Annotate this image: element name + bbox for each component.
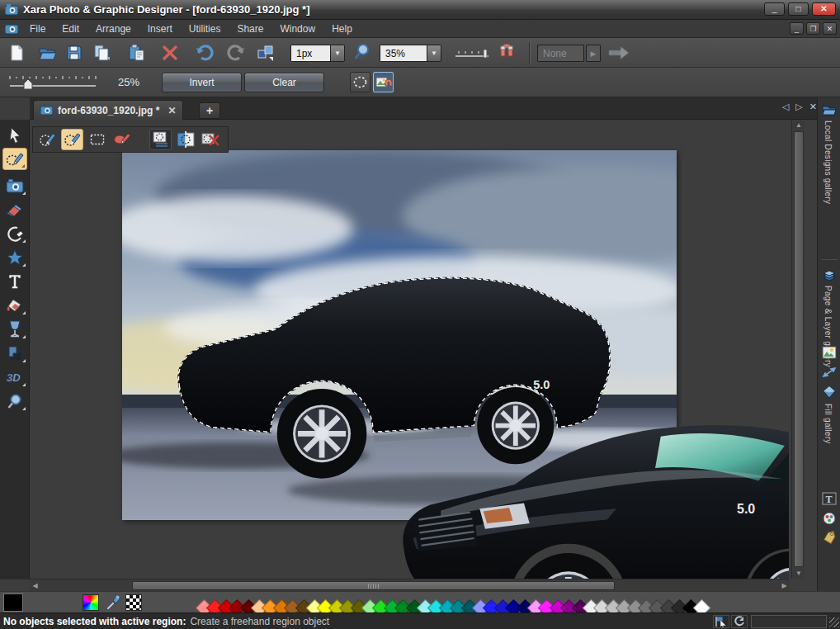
shape-eraser-icon	[6, 225, 24, 242]
svg-text:3D: 3D	[7, 371, 21, 384]
line-gallery-icon[interactable]	[822, 365, 837, 380]
maximize-button[interactable]: □	[788, 2, 809, 16]
name-gallery-icon[interactable]	[822, 530, 837, 545]
menu-edit[interactable]: Edit	[54, 21, 87, 37]
tab-scroll-next-icon[interactable]: ▷	[795, 102, 802, 112]
redo-button[interactable]	[224, 41, 248, 64]
text-tool-button[interactable]	[2, 270, 27, 292]
scroll-left-icon[interactable]: ◀	[30, 580, 40, 591]
page-layer-gallery-icon[interactable]	[822, 267, 837, 282]
freehand-region-button[interactable]	[36, 129, 59, 150]
delete-button[interactable]	[158, 41, 182, 64]
feather-value: None	[538, 48, 583, 59]
extrude-3d-tool-button[interactable]: 3D	[2, 366, 27, 388]
zoom-dropdown-arrow[interactable]: ▼	[427, 45, 441, 61]
zoom-level-combobox[interactable]: 35% ▼	[380, 45, 441, 62]
no-color-button[interactable]	[125, 594, 142, 611]
vertical-scrollbar[interactable]: ▲ ▼	[791, 120, 805, 579]
eraser-icon	[6, 202, 24, 217]
local-designs-gallery-icon[interactable]	[822, 102, 837, 117]
show-marching-ants-toggle[interactable]	[350, 72, 370, 92]
zoom-level-value: 35%	[380, 48, 427, 59]
horizontal-scroll-thumb[interactable]	[132, 581, 615, 590]
local-designs-gallery-tab[interactable]: Local Designs gallery	[823, 121, 833, 204]
horizontal-scrollbar[interactable]: ◀ ▶	[30, 579, 790, 591]
shapes-tool-button[interactable]	[2, 246, 27, 268]
copy-button[interactable]	[91, 41, 114, 64]
color-picker-eyedropper-icon[interactable]	[104, 594, 120, 611]
show-region-overlay-toggle[interactable]	[373, 72, 394, 92]
document-canvas[interactable]: 5.0 5.0	[30, 120, 790, 579]
menu-insert[interactable]: Insert	[139, 21, 181, 37]
freehand-region-ants-button[interactable]	[61, 129, 83, 150]
fonts-gallery-icon[interactable]: T	[822, 491, 837, 506]
app-logo-camera-icon	[5, 4, 18, 16]
new-document-button[interactable]	[5, 41, 28, 64]
region-tool-button[interactable]	[2, 148, 27, 170]
mdi-close-button[interactable]: ✕	[823, 22, 837, 35]
mdi-restore-button[interactable]: ❐	[806, 22, 820, 35]
bitmap-gallery-icon[interactable]	[822, 345, 837, 360]
menu-help[interactable]: Help	[323, 21, 361, 37]
menu-arrange[interactable]: Arrange	[87, 21, 139, 37]
smoothing-mini-slider[interactable]	[454, 46, 490, 59]
zoom-tool-left-button[interactable]	[2, 390, 27, 412]
paste-button[interactable]	[125, 41, 149, 64]
flyout-indicator	[22, 311, 26, 314]
shape-eraser-tool-button[interactable]	[2, 222, 27, 244]
undo-button[interactable]	[193, 41, 216, 64]
mdi-minimize-button[interactable]: _	[790, 22, 804, 35]
menu-utilities[interactable]: Utilities	[181, 21, 229, 37]
split-view-region-button[interactable]	[174, 129, 196, 150]
status-bar: No objects selected with active region: …	[0, 612, 840, 629]
shadow-tool-button[interactable]	[2, 342, 27, 364]
menu-window[interactable]: Window	[271, 21, 323, 37]
line-width-combobox[interactable]: 1px ▼	[290, 45, 345, 62]
photo-tool-button[interactable]	[2, 174, 27, 196]
status-value-field	[751, 615, 827, 628]
close-button[interactable]: ✕	[812, 2, 836, 16]
title-bar[interactable]: Xara Photo & Graphic Designer - [ford-63…	[0, 0, 840, 20]
scroll-up-icon[interactable]: ▲	[792, 120, 805, 130]
erase-tool-button[interactable]	[2, 198, 27, 220]
rectangle-region-button[interactable]	[86, 129, 108, 150]
current-color-swatch[interactable]	[3, 594, 23, 612]
fill-gallery-tab[interactable]: Fill gallery	[823, 404, 833, 444]
invert-button[interactable]: Invert	[162, 73, 242, 92]
image-magnet-icon	[375, 74, 392, 90]
multiple-regions-button[interactable]	[149, 129, 172, 150]
open-button[interactable]	[36, 41, 59, 64]
cutout-car-copy[interactable]: 5.0	[400, 413, 789, 579]
vertical-scroll-thumb[interactable]	[794, 131, 804, 567]
tab-bar-close-icon[interactable]: ✕	[809, 102, 817, 112]
tab-scroll-prev-icon[interactable]: ◁	[782, 102, 789, 112]
new-tab-button[interactable]: +	[199, 102, 220, 119]
tab-active-document[interactable]: ford-63930_1920.jpg * ✕	[33, 100, 183, 120]
text-T-icon	[7, 273, 22, 290]
color-editor-button[interactable]	[83, 594, 99, 611]
snap-to-objects-button[interactable]	[495, 41, 518, 64]
zoom-tool-button[interactable]	[352, 41, 375, 64]
feather-apply-button	[607, 41, 630, 64]
slider-thumb[interactable]	[24, 79, 32, 89]
scroll-down-icon[interactable]: ▼	[792, 568, 805, 579]
region-opacity-slider[interactable]	[7, 73, 106, 92]
transform-bounds-button[interactable]	[254, 41, 277, 64]
transparency-tool-button[interactable]	[2, 318, 27, 340]
fill-gallery-icon[interactable]	[822, 385, 837, 400]
fill-tool-button[interactable]	[2, 294, 27, 316]
tab-close-icon[interactable]: ✕	[168, 105, 176, 116]
feather-combobox: None	[537, 45, 584, 62]
window-resize-grip[interactable]	[829, 617, 839, 627]
minimize-button[interactable]: _	[764, 2, 785, 16]
clear-button[interactable]: Clear	[244, 73, 324, 92]
selector-tool-button[interactable]	[2, 124, 27, 146]
paint-region-button[interactable]	[111, 129, 133, 150]
line-width-dropdown-arrow[interactable]: ▼	[330, 45, 344, 61]
color-gallery-icon[interactable]	[822, 511, 837, 526]
menu-share[interactable]: Share	[229, 21, 271, 37]
save-button[interactable]	[63, 41, 86, 64]
menu-file[interactable]: File	[21, 21, 54, 37]
delete-region-button[interactable]	[199, 129, 221, 150]
scroll-right-icon[interactable]: ▶	[779, 580, 790, 591]
